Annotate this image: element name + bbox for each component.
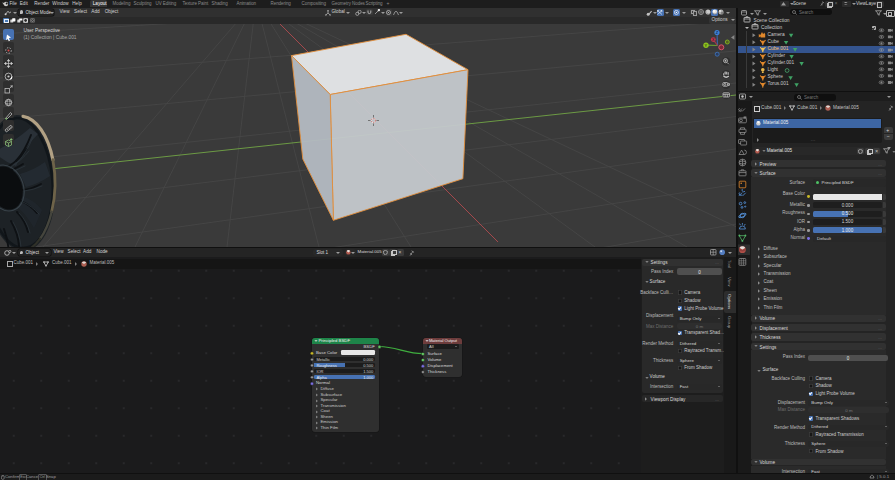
svg-text:Y: Y bbox=[705, 43, 708, 48]
